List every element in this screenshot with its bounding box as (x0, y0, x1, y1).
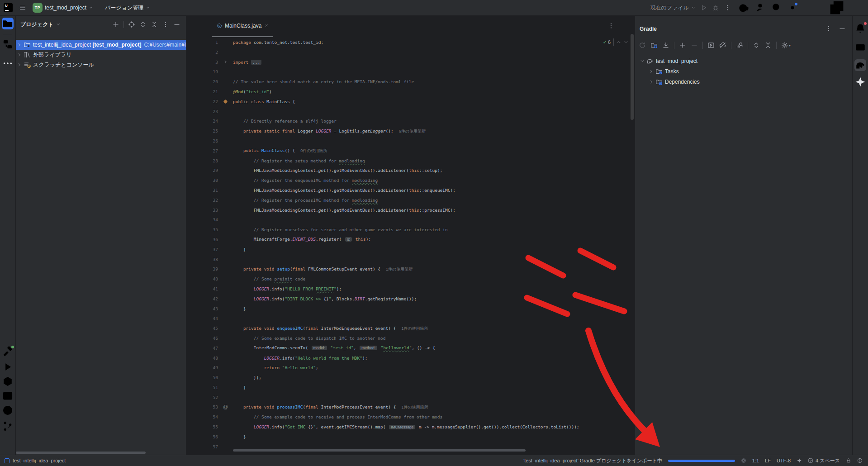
code-line[interactable]: 40 // Some preinit code (186, 274, 635, 284)
gradle-sync[interactable] (639, 42, 646, 49)
line-number[interactable]: 19 (186, 67, 218, 77)
code-line[interactable]: 24 // Directly reference a slf4j logger (186, 116, 635, 126)
gradle-root-row[interactable]: test_mod_project (635, 56, 852, 66)
tool-ai-assistant[interactable] (854, 76, 866, 88)
code-line[interactable]: 28 // Register the setup method for modl… (186, 156, 635, 166)
external-libraries-row[interactable]: 外部ライブラリ (16, 50, 186, 60)
line-number[interactable]: 26 (186, 136, 218, 146)
code-line[interactable]: 44 (186, 314, 635, 323)
ai-mentions-button[interactable] (739, 2, 751, 14)
line-number[interactable]: 2 (186, 48, 218, 57)
line-number[interactable]: 44 (186, 314, 218, 323)
line-number[interactable]: 1 (186, 38, 218, 48)
line-number[interactable]: 40 (186, 274, 218, 284)
code-line[interactable]: 51 } (186, 383, 635, 393)
gradle-run-task[interactable] (707, 42, 715, 49)
code-line[interactable]: 53@ private void processIMC(final InterM… (186, 402, 635, 412)
chevron-right-icon[interactable] (648, 69, 655, 74)
code-line[interactable]: 39 private void setup(final FMLCommonSet… (186, 264, 635, 274)
gradle-import-progressbar[interactable] (668, 460, 735, 462)
project-widget[interactable]: TP test_mod_project (33, 3, 93, 13)
project-add[interactable] (112, 21, 119, 28)
code-line[interactable]: 29 FMLJavaModLoadingContext.get().getMod… (186, 166, 635, 176)
code-line[interactable]: 52 (186, 393, 635, 403)
fold-arrow-icon[interactable] (223, 60, 228, 64)
gradle-hide[interactable] (839, 25, 846, 32)
chevron-right-icon[interactable] (16, 62, 23, 67)
code-line[interactable]: 37 } (186, 245, 635, 255)
tool-running-devices[interactable] (854, 42, 866, 54)
search-everywhere-button[interactable] (771, 2, 783, 14)
code-line[interactable]: 50 }); (186, 373, 635, 383)
run-button[interactable] (700, 4, 707, 11)
line-number[interactable]: 32 (186, 195, 218, 205)
line-number[interactable]: 21 (186, 87, 218, 97)
code-line[interactable]: 32 // Register the processIMC method for… (186, 195, 635, 205)
line-number[interactable]: 57 (186, 442, 218, 452)
gradle-collapse-all[interactable] (764, 42, 772, 49)
line-number[interactable]: 43 (186, 304, 218, 314)
code-line[interactable]: 19 (186, 67, 635, 77)
code-line[interactable]: 20// The value here should match an entr… (186, 77, 635, 87)
line-number[interactable]: 41 (186, 284, 218, 294)
debug-button[interactable] (712, 4, 719, 11)
code-line[interactable]: 30 // Register the enqueueIMC method for… (186, 176, 635, 185)
project-panel-title[interactable]: プロジェクト (16, 21, 61, 29)
notifications[interactable] (854, 23, 866, 34)
code-line[interactable]: 41 LOGGER.info("HELLO FROM PREINIT"); (186, 284, 635, 294)
line-number[interactable]: 34 (186, 215, 218, 225)
file-writable[interactable] (846, 458, 851, 463)
code-line[interactable]: 34 (186, 215, 635, 225)
line-number[interactable]: 29 (186, 166, 218, 176)
line-number[interactable]: 3 (186, 57, 218, 67)
line-number[interactable]: 35 (186, 225, 218, 235)
code-line[interactable]: 31 FMLJavaModLoadingContext.get().getMod… (186, 185, 635, 195)
code-line[interactable]: 56 } (186, 432, 635, 442)
line-number[interactable]: 36 (186, 235, 218, 245)
editor-vertical-scrollbar[interactable] (631, 34, 634, 120)
line-number[interactable]: 46 (186, 333, 218, 343)
line-number[interactable]: 48 (186, 353, 218, 363)
code-line[interactable]: 36 MinecraftForge.EVENT_BUS.register( o:… (186, 235, 635, 245)
code-line[interactable]: 1package com.tento_net.test.test_id; (186, 38, 635, 48)
tool-terminal[interactable] (2, 390, 14, 402)
code-line[interactable]: 47 InterModComms.sendTo( modId: "test_id… (186, 343, 635, 353)
gutter[interactable] (218, 60, 233, 64)
window-minimize[interactable] (806, 0, 826, 15)
tool-project[interactable] (2, 18, 14, 29)
project-hide[interactable] (173, 21, 180, 28)
main-menu-button[interactable] (19, 4, 26, 11)
line-number[interactable]: 51 (186, 383, 218, 393)
code-line[interactable]: 21@Mod("test_id") (186, 87, 635, 97)
code-line[interactable]: 42 LOGGER.info("DIRT BLOCK >> {}", Block… (186, 294, 635, 304)
project-horizontal-scrollbar[interactable] (16, 452, 146, 454)
gradle-import-label[interactable]: 'test_intellij_idea_project' Gradle プロジェ… (523, 457, 662, 464)
chevron-down-icon[interactable] (639, 59, 646, 63)
statusbar-project-widget[interactable]: test_intellij_idea_project (0, 458, 66, 463)
code-line[interactable]: 45 private void enqueueIMC(final InterMo… (186, 323, 635, 333)
line-number[interactable]: 33 (186, 205, 218, 215)
caret-position[interactable]: 1:1 (752, 458, 759, 463)
line-number[interactable]: 24 (186, 116, 218, 126)
gradle-settings[interactable]: ▾ (781, 42, 791, 49)
gutter[interactable] (218, 100, 233, 103)
line-number[interactable]: 22 (186, 97, 218, 107)
gradle-offline-mode[interactable] (719, 42, 726, 49)
gradle-add[interactable] (679, 42, 686, 49)
line-number[interactable]: 52 (186, 393, 218, 403)
vcs-widget[interactable]: バージョン管理 (105, 4, 150, 12)
tool-git[interactable] (2, 420, 14, 432)
tab-close-icon[interactable] (264, 24, 269, 28)
gradle-download-sources[interactable] (662, 42, 669, 49)
line-number[interactable]: 25 (186, 126, 218, 136)
line-number[interactable]: 37 (186, 245, 218, 255)
editor-horizontal-scrollbar[interactable] (233, 449, 526, 452)
tool-structure[interactable] (2, 38, 14, 50)
code-line[interactable]: 3import ... (186, 57, 635, 67)
line-number[interactable]: 55 (186, 422, 218, 432)
project-collapse-all[interactable] (151, 21, 158, 28)
indent-style[interactable]: 4 スペース (808, 457, 840, 464)
code-line[interactable]: 26 (186, 136, 635, 146)
window-restore[interactable] (826, 0, 847, 15)
line-number[interactable]: 20 (186, 77, 218, 87)
